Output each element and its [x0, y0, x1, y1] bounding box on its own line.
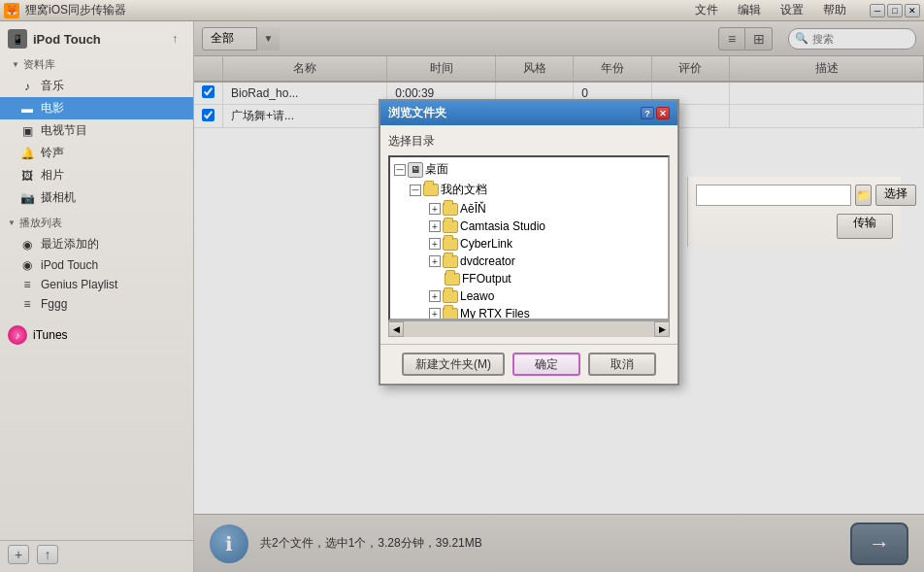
sidebar-item-movies[interactable]: ▬ 电影: [0, 97, 193, 119]
h-scroll-left-arrow[interactable]: ◀: [388, 321, 404, 337]
main-layout: 📱 iPod Touch ↑ ▼ 资料库 ♪ 音乐 ▬ 电影 ▣ 电视节目 🔔: [0, 21, 924, 572]
path-input[interactable]: [696, 185, 851, 206]
mydocs-folder-icon: [423, 184, 439, 196]
cancel-button[interactable]: 取消: [588, 353, 656, 376]
dialog-title-controls: ? ✕: [641, 107, 670, 119]
desktop-icon: 🖥: [408, 162, 423, 178]
library-header: ▼ 资料库: [0, 54, 193, 75]
new-folder-button[interactable]: 新建文件夹(M): [402, 353, 505, 376]
browse-folder-dialog: 浏览文件夹 ? ✕ 选择目录 ─ 🖥 桌面: [379, 99, 679, 386]
ok-button[interactable]: 确定: [512, 353, 580, 376]
tree-item-aein[interactable]: + AēĪŇ: [390, 200, 668, 218]
genius-icon: ≡: [19, 278, 35, 291]
tree-container[interactable]: ─ 🖥 桌面 ─ 我的文档: [388, 155, 670, 320]
camtasia-expander[interactable]: +: [429, 220, 441, 232]
sidebar-item-camera[interactable]: 📷 摄相机: [0, 186, 193, 209]
title-bar: 🦊 狸窝iOS同步传输器 文件 编辑 设置 帮助 ─ □ ✕: [0, 0, 924, 21]
h-scroll-track: [404, 321, 654, 337]
sidebar-item-ipodtouch[interactable]: ◉ iPod Touch: [0, 255, 193, 275]
window-controls: ─ □ ✕: [870, 4, 920, 17]
desktop-label: 桌面: [425, 161, 448, 178]
tree-item-ffoutput[interactable]: FFOutput: [390, 270, 668, 287]
dialog-close-button[interactable]: ✕: [656, 107, 670, 119]
minimize-button[interactable]: ─: [870, 4, 885, 17]
menu-help[interactable]: 帮助: [819, 2, 850, 18]
h-scrollbar: ◀ ▶: [388, 320, 670, 336]
dialog-content: 选择目录 ─ 🖥 桌面 ─: [380, 125, 677, 344]
dialog-title-bar: 浏览文件夹 ? ✕: [380, 101, 677, 125]
dialog-buttons: 新建文件夹(M) 确定 取消: [380, 344, 677, 384]
desktop-expander[interactable]: ─: [394, 164, 406, 176]
title-bar-left: 🦊 狸窝iOS同步传输器: [4, 2, 126, 18]
add-button[interactable]: +: [8, 545, 29, 564]
aein-expander[interactable]: +: [429, 203, 441, 215]
sidebar-item-music[interactable]: ♪ 音乐: [0, 75, 193, 97]
menu-edit[interactable]: 编辑: [734, 2, 765, 18]
sidebar-item-photos[interactable]: 🖼 相片: [0, 164, 193, 186]
tree-item-camtasia[interactable]: + Camtasia Studio: [390, 218, 668, 235]
sidebar-item-recent[interactable]: ◉ 最近添加的: [0, 233, 193, 255]
title-bar-right: 文件 编辑 设置 帮助 ─ □ ✕: [691, 2, 920, 18]
camera-icon: 📷: [19, 191, 35, 205]
myrtx-expander[interactable]: +: [429, 308, 441, 319]
dialog-title: 浏览文件夹: [388, 105, 446, 121]
tree-item-dvdcreator[interactable]: + dvdcreator: [390, 252, 668, 270]
device-icon: 📱: [8, 29, 27, 49]
sync-icon[interactable]: ↑: [172, 32, 185, 46]
aein-label: AēĪŇ: [460, 202, 486, 216]
leawo-label: Leawo: [460, 289, 494, 303]
close-button[interactable]: ✕: [905, 4, 920, 17]
dvdcreator-expander[interactable]: +: [429, 255, 441, 267]
sidebar-bottom: + ↑: [0, 540, 193, 568]
myrtx-label: My RTX Files: [460, 307, 530, 319]
dvdcreator-icon: [443, 255, 458, 268]
app-icon: 🦊: [4, 3, 19, 18]
playlist-triangle: ▼: [8, 219, 16, 227]
itunes-icon: ♪: [8, 325, 27, 345]
fggg-icon: ≡: [19, 297, 35, 311]
menu-file[interactable]: 文件: [691, 2, 722, 18]
movie-icon: ▬: [19, 102, 35, 116]
itunes-section: ♪ iTunes: [0, 320, 193, 351]
cyberlink-expander[interactable]: +: [429, 238, 441, 250]
library-triangle: ▼: [12, 60, 19, 69]
library-section: ▼ 资料库 ♪ 音乐 ▬ 电影 ▣ 电视节目 🔔 铃声 🖼 相片: [0, 52, 193, 211]
cyberlink-label: CyberLink: [460, 237, 512, 251]
sidebar-item-genius[interactable]: ≡ Genius Playlist: [0, 275, 193, 294]
import-button[interactable]: ↑: [37, 545, 58, 564]
tree-item-cyberlink[interactable]: + CyberLink: [390, 235, 668, 252]
playlist-section: ▼ 播放列表 ◉ 最近添加的 ◉ iPod Touch ≡ Genius Pla…: [0, 211, 193, 316]
ffoutput-icon: [445, 273, 460, 286]
tree-item-myrtx[interactable]: + My RTX Files: [390, 305, 668, 319]
sidebar-item-ringtones[interactable]: 🔔 铃声: [0, 142, 193, 164]
recent-icon: ◉: [19, 238, 35, 252]
tree-item-mydocs[interactable]: ─ 我的文档: [390, 180, 668, 200]
leawo-icon: [443, 290, 458, 303]
maximize-button[interactable]: □: [887, 4, 903, 17]
sidebar-item-fggg[interactable]: ≡ Fggg: [0, 294, 193, 314]
dialog-overlay: 浏览文件夹 ? ✕ 选择目录 ─ 🖥 桌面: [194, 21, 924, 572]
ffoutput-label: FFOutput: [462, 272, 512, 286]
mydocs-label: 我的文档: [441, 182, 487, 198]
photo-icon: 🖼: [19, 169, 35, 183]
itunes-label: iTunes: [33, 328, 68, 342]
mydocs-expander[interactable]: ─: [410, 185, 421, 196]
menu-settings[interactable]: 设置: [776, 2, 808, 18]
camtasia-label: Camtasia Studio: [460, 219, 545, 233]
select-button[interactable]: 选择: [875, 185, 916, 206]
folder-browse-button[interactable]: 📁: [855, 185, 872, 206]
ipod-icon: ◉: [19, 258, 35, 272]
transfer-row: 传输: [696, 214, 893, 239]
sidebar-item-tv[interactable]: ▣ 电视节目: [0, 119, 193, 142]
device-name: iPod Touch: [33, 32, 101, 47]
tree-item-leawo[interactable]: + Leawo: [390, 287, 668, 305]
music-icon: ♪: [19, 80, 35, 93]
ringtone-icon: 🔔: [19, 147, 35, 160]
leawo-expander[interactable]: +: [429, 290, 441, 302]
dvdcreator-label: dvdcreator: [460, 254, 515, 268]
h-scroll-right-arrow[interactable]: ▶: [654, 321, 670, 337]
transfer-button[interactable]: 传输: [837, 214, 893, 239]
dialog-help-button[interactable]: ?: [641, 107, 654, 119]
tree-item-desktop[interactable]: ─ 🖥 桌面: [390, 159, 668, 180]
dialog-label: 选择目录: [388, 133, 670, 150]
